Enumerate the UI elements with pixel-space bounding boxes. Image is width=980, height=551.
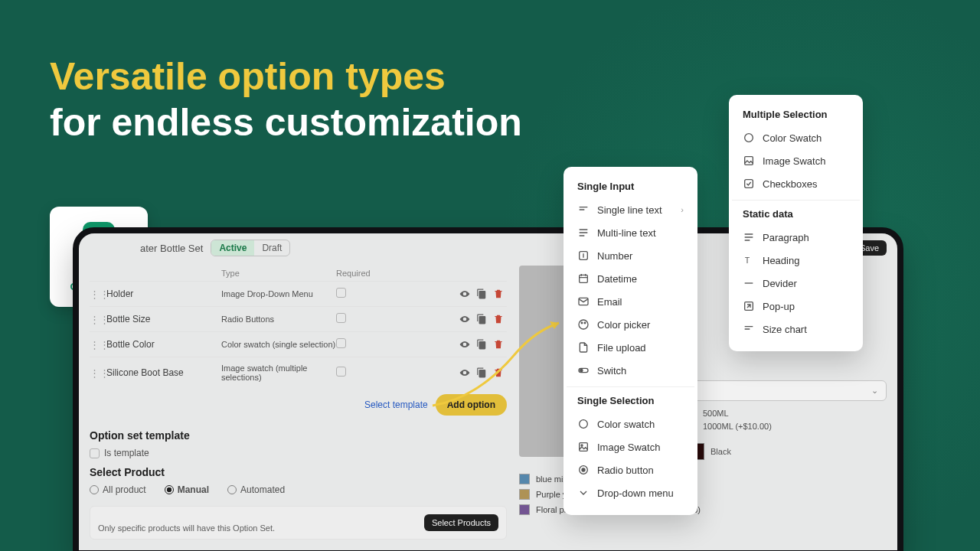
add-option-button[interactable]: Add option xyxy=(436,394,507,416)
svg-point-12 xyxy=(582,468,585,471)
menu-item-paragraph[interactable]: Paragraph xyxy=(732,226,860,249)
col-head-type: Type xyxy=(221,269,336,278)
eye-icon[interactable] xyxy=(459,314,470,324)
menu-item-switch[interactable]: Switch xyxy=(567,359,694,382)
product-hint: Only specific products will have this Op… xyxy=(98,523,275,533)
svg-point-3 xyxy=(579,320,588,329)
chevron-down-icon: ⌄ xyxy=(871,386,878,396)
menu-item-image-swatch[interactable]: Image Swatch xyxy=(567,435,694,458)
drag-handle-icon[interactable]: ⋮⋮ xyxy=(90,314,106,325)
swatch-icon xyxy=(743,132,755,144)
page-title: ater Bottle Set xyxy=(140,243,203,254)
tab-active[interactable]: Active xyxy=(211,240,254,256)
radio-icon xyxy=(577,464,590,476)
required-checkbox[interactable] xyxy=(336,313,346,323)
lines-icon xyxy=(577,227,590,239)
text-icon xyxy=(577,204,590,216)
number-icon xyxy=(577,249,590,262)
copy-icon[interactable] xyxy=(476,339,487,350)
trash-icon[interactable] xyxy=(493,367,504,378)
drag-handle-icon[interactable]: ⋮⋮ xyxy=(90,339,106,350)
size-option[interactable]: 1000ML (+$10.00) xyxy=(688,422,887,431)
svg-point-7 xyxy=(580,369,583,371)
eye-icon[interactable] xyxy=(459,367,470,378)
menu-item-heading[interactable]: THeading xyxy=(732,249,860,272)
menu-heading-multiple-selection: Multiple Selection xyxy=(732,106,860,126)
popup-icon xyxy=(743,300,755,312)
drag-handle-icon[interactable]: ⋮⋮ xyxy=(90,289,106,300)
eye-icon[interactable] xyxy=(459,289,470,299)
menu-item-image-swatch-multi[interactable]: Image Swatch xyxy=(732,149,860,172)
menu-item-popup[interactable]: Pop-up xyxy=(732,295,860,318)
svg-rect-9 xyxy=(580,443,588,452)
select-products-button[interactable]: Select Products xyxy=(424,514,498,531)
option-type-menu-1: Single Input Single line text› Multi-lin… xyxy=(564,167,697,515)
menu-heading-single-selection: Single Selection xyxy=(567,392,694,412)
required-checkbox[interactable] xyxy=(336,367,346,377)
chevron-right-icon: › xyxy=(681,205,684,214)
template-section-title: Option set template xyxy=(90,429,507,442)
headline-line1: Versatile option types xyxy=(50,54,522,99)
svg-point-13 xyxy=(745,134,753,142)
menu-item-datetime[interactable]: Datetime xyxy=(567,267,694,290)
required-checkbox[interactable] xyxy=(336,338,346,348)
size-option[interactable]: 500ML xyxy=(688,409,887,418)
menu-item-file-upload[interactable]: File upload xyxy=(567,336,694,359)
color-swatch-line[interactable]: Black xyxy=(688,443,887,460)
headline: Versatile option types for endless custo… xyxy=(50,54,522,145)
menu-item-color-swatch[interactable]: Color swatch xyxy=(567,412,694,435)
heading-icon: T xyxy=(743,254,755,266)
product-section-title: Select Product xyxy=(90,466,507,478)
switch-icon xyxy=(577,364,590,377)
select-template-link[interactable]: Select template xyxy=(364,399,428,410)
size-chart-icon xyxy=(743,323,755,335)
svg-point-4 xyxy=(581,322,583,324)
status-toggle[interactable]: Active Draft xyxy=(211,240,290,256)
menu-item-email[interactable]: Email xyxy=(567,290,694,313)
col-head-required: Required xyxy=(336,269,382,278)
table-row[interactable]: ⋮⋮ Silicone Boot Base Image swatch (mult… xyxy=(90,357,507,388)
radio-automated[interactable]: Automated xyxy=(227,484,285,495)
menu-item-checkboxes[interactable]: Checkboxes xyxy=(732,172,860,195)
svg-rect-15 xyxy=(745,180,753,188)
menu-item-divider[interactable]: Devider xyxy=(732,272,860,295)
table-row[interactable]: ⋮⋮ Bottle Color Color swatch (single sel… xyxy=(90,331,507,357)
calendar-icon xyxy=(577,272,590,285)
menu-item-color-swatch-multi[interactable]: Color Swatch xyxy=(732,126,860,149)
option-type-menu-2: Multiple Selection Color Swatch Image Sw… xyxy=(729,95,863,351)
menu-item-color-picker[interactable]: Color picker xyxy=(567,313,694,336)
palette-icon xyxy=(577,318,590,331)
copy-icon[interactable] xyxy=(476,314,487,324)
trash-icon[interactable] xyxy=(493,339,504,350)
image-icon xyxy=(577,441,590,453)
trash-icon[interactable] xyxy=(493,289,504,299)
file-icon xyxy=(577,341,590,354)
menu-item-single-line-text[interactable]: Single line text› xyxy=(567,198,694,221)
table-row[interactable]: ⋮⋮ Bottle Size Radio Buttons xyxy=(90,306,507,331)
is-template-checkbox[interactable] xyxy=(90,448,100,458)
trash-icon[interactable] xyxy=(493,314,504,324)
svg-rect-14 xyxy=(745,157,753,165)
svg-point-10 xyxy=(581,445,583,446)
radio-manual[interactable]: Manual xyxy=(165,484,209,495)
copy-icon[interactable] xyxy=(476,367,487,378)
headline-line2: for endless customization xyxy=(50,99,522,145)
drag-handle-icon[interactable]: ⋮⋮ xyxy=(90,367,106,379)
svg-point-5 xyxy=(584,322,586,324)
menu-item-drop-down-menu[interactable]: Drop-down menu xyxy=(567,481,694,504)
menu-item-size-chart[interactable]: Size chart xyxy=(732,318,860,341)
menu-item-radio-button[interactable]: Radio button xyxy=(567,458,694,481)
menu-item-multi-line-text[interactable]: Multi-line text xyxy=(567,221,694,244)
table-row[interactable]: ⋮⋮ Holder Image Drop-Down Menu xyxy=(90,281,507,306)
menu-heading-single-input: Single Input xyxy=(567,178,694,198)
eye-icon[interactable] xyxy=(459,339,470,350)
radio-all-product[interactable]: All product xyxy=(90,484,146,495)
tab-draft[interactable]: Draft xyxy=(254,240,289,256)
copy-icon[interactable] xyxy=(476,289,487,299)
email-icon xyxy=(577,295,590,308)
menu-item-number[interactable]: Number xyxy=(567,244,694,267)
paragraph-icon xyxy=(743,231,755,243)
menu-heading-static-data: Static data xyxy=(732,205,860,226)
required-checkbox[interactable] xyxy=(336,288,346,298)
dropdown-select[interactable]: ⌄ xyxy=(688,380,887,401)
